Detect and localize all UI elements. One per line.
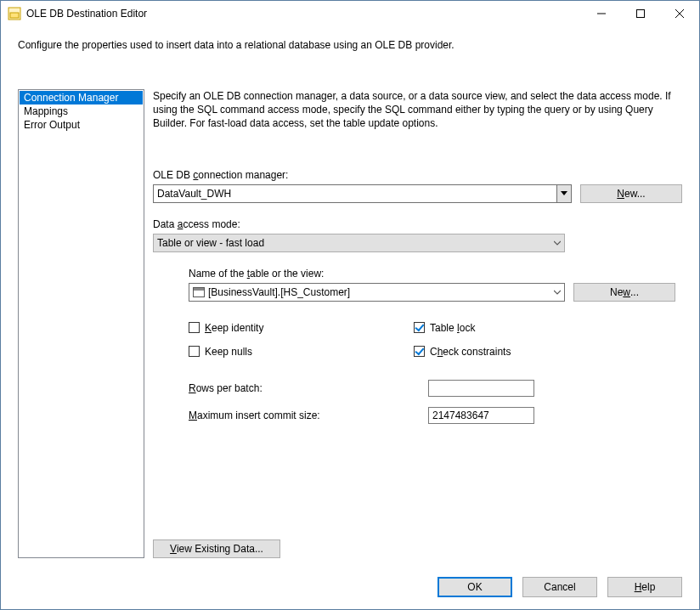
sidebar-item-connection-manager[interactable]: Connection Manager — [20, 91, 143, 104]
app-icon — [8, 7, 21, 20]
commit-size-row: Maximum insert commit size: 2147483647 — [189, 407, 682, 424]
access-mode-section: Data access mode: Table or view - fast l… — [153, 218, 682, 252]
sidebar-item-mappings[interactable]: Mappings — [20, 104, 143, 118]
keep-identity-checkbox[interactable]: Keep identity — [189, 322, 414, 334]
connection-section: OLE DB connection manager: DataVault_DWH… — [153, 169, 682, 203]
svg-rect-3 — [637, 10, 645, 18]
minimize-button[interactable] — [582, 1, 621, 26]
access-mode-dropdown[interactable]: Table or view - fast load — [153, 234, 565, 252]
connection-label: OLE DB connection manager: — [153, 169, 682, 181]
window-title: OLE DB Destination Editor — [26, 8, 147, 20]
checkbox-icon — [414, 346, 425, 357]
options-row-2: Keep nulls Check constraints — [189, 346, 682, 358]
description-text: Configure the properties used to insert … — [18, 39, 682, 51]
svg-rect-1 — [10, 13, 19, 18]
main-panel: Specify an OLE DB connection manager, a … — [144, 89, 682, 558]
sidebar-item-error-output[interactable]: Error Output — [20, 118, 143, 132]
help-button[interactable]: Help — [607, 577, 682, 597]
window: OLE DB Destination Editor Configure the … — [0, 0, 700, 610]
sidebar: Connection Manager Mappings Error Output — [18, 89, 144, 558]
view-existing-data-button[interactable]: View Existing Data... — [153, 539, 280, 558]
maximize-button[interactable] — [621, 1, 660, 26]
chevron-down-icon — [550, 234, 564, 251]
rows-per-batch-input[interactable] — [428, 380, 534, 397]
table-label: Name of the table or the view: — [189, 268, 682, 280]
titlebar: OLE DB Destination Editor — [1, 1, 699, 26]
window-controls — [582, 1, 699, 26]
new-table-button[interactable]: New... — [573, 283, 675, 302]
options-row-1: Keep identity Table lock — [189, 322, 682, 334]
new-connection-button[interactable]: New... — [580, 184, 682, 203]
connection-dropdown[interactable]: DataVault_DWH — [153, 184, 572, 203]
svg-marker-6 — [561, 191, 567, 195]
checkbox-icon — [189, 346, 200, 357]
rows-per-batch-row: Rows per batch: — [189, 380, 682, 397]
table-icon — [193, 287, 205, 297]
ok-button[interactable]: OK — [438, 577, 512, 597]
help-text: Specify an OLE DB connection manager, a … — [153, 89, 682, 131]
commit-size-input[interactable]: 2147483647 — [428, 407, 534, 424]
keep-nulls-checkbox[interactable]: Keep nulls — [189, 346, 414, 358]
table-dropdown[interactable]: [BusinessVault].[HS_Customer] — [189, 283, 565, 302]
table-section: Name of the table or the view: [Business… — [189, 268, 682, 302]
table-lock-checkbox[interactable]: Table lock — [414, 322, 639, 334]
access-mode-label: Data access mode: — [153, 218, 682, 230]
checkbox-icon — [189, 322, 200, 333]
close-button[interactable] — [660, 1, 699, 26]
checkbox-icon — [414, 322, 425, 333]
dialog-buttons: OK Cancel Help — [1, 568, 699, 609]
main-row: Connection Manager Mappings Error Output… — [18, 89, 682, 558]
check-constraints-checkbox[interactable]: Check constraints — [414, 346, 639, 358]
commit-size-label: Maximum insert commit size: — [189, 409, 428, 421]
content-area: Configure the properties used to insert … — [1, 26, 699, 568]
chevron-down-icon — [556, 185, 571, 202]
rows-per-batch-label: Rows per batch: — [189, 382, 428, 394]
chevron-down-icon — [550, 284, 564, 301]
cancel-button[interactable]: Cancel — [522, 577, 597, 597]
